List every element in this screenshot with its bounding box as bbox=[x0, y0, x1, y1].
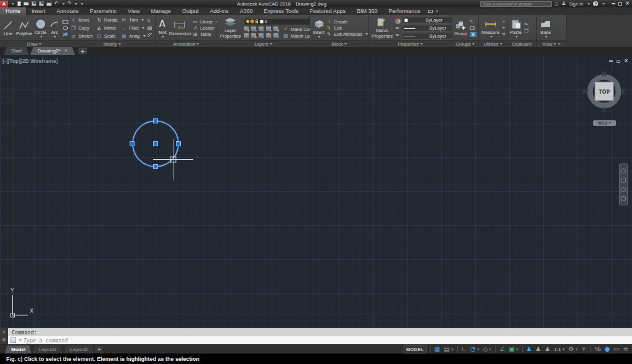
array-button[interactable]: ▦Array bbox=[121, 33, 146, 40]
measure-flyout-caret-icon[interactable] bbox=[490, 36, 493, 38]
drawing-close-icon[interactable]: × bbox=[624, 59, 628, 64]
panel-label-groups[interactable]: Groups bbox=[452, 40, 478, 47]
tab-addins[interactable]: Add-ins bbox=[204, 7, 235, 15]
text-flyout-caret-icon[interactable] bbox=[162, 36, 164, 38]
arc-flyout-caret-icon[interactable] bbox=[54, 36, 56, 38]
open-file-icon[interactable] bbox=[23, 2, 29, 6]
grip-west[interactable] bbox=[130, 142, 135, 146]
help-caret-icon[interactable] bbox=[602, 3, 605, 5]
measure-button[interactable]: Measure bbox=[480, 19, 501, 38]
wcs-button[interactable]: WCS bbox=[593, 120, 616, 126]
file-tab-start[interactable]: Start bbox=[4, 47, 29, 55]
text-button[interactable]: A Text bbox=[157, 19, 168, 38]
annotation-scale-icon[interactable]: ♟ bbox=[545, 346, 551, 352]
save-as-icon[interactable] bbox=[39, 1, 44, 6]
autosnap-tracking-icon[interactable]: ∠ bbox=[499, 346, 505, 352]
quick-calc-icon[interactable]: ≡ bbox=[502, 32, 505, 36]
annotation-autoscale-icon[interactable]: ♟ bbox=[536, 346, 541, 352]
layer-tool-icon[interactable] bbox=[273, 33, 278, 38]
restore-icon[interactable] bbox=[618, 2, 622, 6]
command-customize-icon[interactable]: ⚙ bbox=[2, 338, 6, 342]
panel-label-draw[interactable]: Draw bbox=[0, 40, 69, 47]
snap-icon[interactable]: ▤ bbox=[444, 346, 449, 352]
grip-center[interactable] bbox=[154, 142, 158, 146]
minimize-icon[interactable] bbox=[612, 3, 615, 4]
file-tab-close-icon[interactable]: × bbox=[64, 49, 68, 53]
cut-icon[interactable]: ✂ bbox=[524, 22, 528, 27]
panel-label-properties[interactable]: Properties bbox=[369, 40, 451, 47]
ribbon-display-caret-icon[interactable] bbox=[436, 10, 438, 12]
annotation-monitor-icon[interactable]: + bbox=[581, 346, 586, 352]
offset-button[interactable] bbox=[147, 33, 152, 38]
rotate-button[interactable]: ↻Rotate bbox=[96, 17, 118, 24]
grid-icon[interactable]: ▦ bbox=[434, 346, 440, 352]
viewcube-south[interactable]: S bbox=[602, 107, 606, 114]
table-button[interactable]: ⊞Table bbox=[192, 31, 220, 37]
tab-parametric[interactable]: Parametric bbox=[85, 7, 123, 15]
line-button[interactable]: Line bbox=[1, 20, 15, 37]
full-navigation-wheel-icon[interactable] bbox=[621, 168, 626, 173]
qat-customize-caret-icon[interactable] bbox=[81, 3, 83, 5]
create-block-button[interactable]: ✦Create bbox=[326, 19, 368, 25]
workspace-gear-icon[interactable]: ⚙ bbox=[568, 346, 574, 352]
paste-button[interactable]: Paste bbox=[509, 19, 523, 38]
file-tab-drawing2[interactable]: Drawing2*× bbox=[30, 47, 75, 55]
tab-a360[interactable]: A360 bbox=[235, 7, 259, 15]
tab-bim360[interactable]: BIM 360 bbox=[351, 7, 383, 15]
object-snap-icon[interactable]: ▣ bbox=[509, 346, 514, 352]
model-space-button[interactable]: MODEL bbox=[404, 345, 426, 354]
redo-icon[interactable]: ↷ bbox=[67, 1, 72, 6]
polyline-button[interactable]: Polyline bbox=[15, 20, 33, 37]
tab-express-tools[interactable]: Express Tools bbox=[259, 7, 304, 15]
layout1-tab[interactable]: Layout1 bbox=[33, 345, 62, 354]
tab-manage[interactable]: Manage bbox=[145, 7, 177, 15]
isodraft-icon[interactable]: ◇ bbox=[483, 346, 488, 352]
panel-label-modify[interactable]: Modify bbox=[69, 40, 155, 47]
paste-flyout-caret-icon[interactable] bbox=[515, 36, 518, 38]
tab-home[interactable]: Home bbox=[0, 7, 26, 15]
stretch-button[interactable]: ▱Stretch bbox=[70, 33, 93, 40]
viewcube[interactable]: TOP N S W E bbox=[580, 67, 628, 115]
panel-label-utilities[interactable]: Utilities bbox=[479, 40, 507, 47]
drawing-restore-icon[interactable] bbox=[617, 60, 620, 63]
new-file-icon[interactable] bbox=[17, 1, 21, 6]
new-layout-button[interactable]: + bbox=[95, 346, 103, 353]
layer-tool-icon[interactable] bbox=[251, 33, 256, 38]
graphics-performance-icon[interactable]: ● bbox=[604, 346, 610, 352]
ortho-icon[interactable]: ∟ bbox=[462, 346, 467, 352]
insert-flyout-caret-icon[interactable] bbox=[318, 36, 320, 38]
tab-annotate[interactable]: Annotate bbox=[51, 7, 85, 15]
group-selection-toggle-icon[interactable] bbox=[470, 32, 476, 37]
arc-button[interactable]: Arc bbox=[48, 19, 61, 38]
move-button[interactable]: +Move bbox=[70, 17, 93, 24]
panel-label-block[interactable]: Block bbox=[310, 40, 368, 47]
copy-button[interactable]: ❐Copy bbox=[70, 25, 93, 32]
orbit-icon[interactable] bbox=[621, 196, 626, 201]
explode-button[interactable] bbox=[147, 26, 152, 31]
polar-tracking-icon[interactable]: ◔ bbox=[470, 346, 476, 352]
panel-label-clipboard[interactable]: Clipboard bbox=[507, 40, 536, 47]
edit-attributes-button[interactable]: ✎Edit Attributes bbox=[326, 31, 368, 37]
trim-button[interactable]: ✂Trim bbox=[121, 17, 146, 24]
base-button[interactable]: Base bbox=[538, 19, 553, 38]
tab-performance[interactable]: Performance bbox=[383, 7, 426, 15]
layer-tool-icon[interactable] bbox=[266, 33, 271, 38]
tab-output[interactable]: Output bbox=[177, 7, 204, 15]
tab-insert[interactable]: Insert bbox=[26, 7, 51, 15]
layer-tool-icon[interactable] bbox=[259, 27, 264, 31]
quick-select-icon[interactable]: + bbox=[502, 20, 505, 24]
ucs-icon[interactable] bbox=[11, 295, 28, 317]
app-menu-button[interactable]: A bbox=[0, 1, 8, 7]
lineweight-list-icon[interactable]: ≡ bbox=[395, 26, 401, 31]
layer-properties-button[interactable]: Layer Properties bbox=[218, 17, 242, 39]
isolate-objects-icon[interactable]: ℅ bbox=[594, 346, 601, 352]
edit-block-button[interactable]: ✎Edit bbox=[326, 25, 368, 31]
tab-view[interactable]: View bbox=[122, 7, 145, 15]
viewcube-east[interactable]: E bbox=[622, 88, 626, 95]
close-icon[interactable]: × bbox=[625, 1, 630, 6]
copy-clip-icon[interactable]: ❐ bbox=[524, 29, 528, 34]
plot-icon[interactable] bbox=[46, 2, 52, 6]
sign-in-button[interactable]: Sign In bbox=[569, 1, 583, 7]
viewcube-north[interactable]: N bbox=[602, 71, 607, 78]
panel-label-view[interactable]: View» bbox=[537, 40, 566, 47]
